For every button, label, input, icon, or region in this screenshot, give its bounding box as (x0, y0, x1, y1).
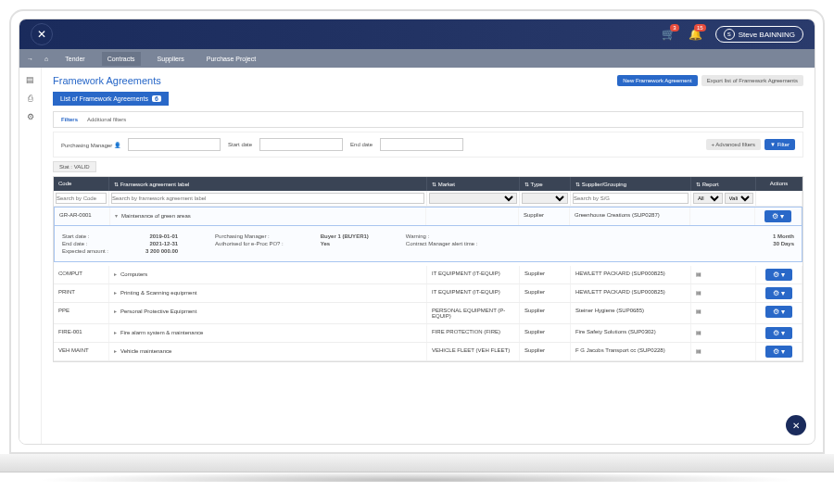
end-date-label: End date (350, 142, 373, 147)
col-code[interactable]: Code (54, 177, 109, 191)
end-date-input[interactable] (380, 138, 463, 151)
advanced-filters-button[interactable]: + Advanced filters (706, 139, 762, 150)
filter-row: Purchasing Manager 👤 Start date End date… (53, 132, 803, 158)
start-date-label: Start date (228, 142, 252, 147)
filter-label-input[interactable] (111, 193, 424, 204)
additional-filters-tab[interactable]: Additional filters (87, 117, 126, 122)
filter-type-select[interactable] (522, 193, 568, 204)
nav-back-icon[interactable]: → (27, 56, 33, 62)
pm-input[interactable] (128, 138, 221, 151)
table-filter-row: AllValid (54, 191, 802, 207)
filter-report-all[interactable]: All (693, 193, 723, 204)
chevron-right-icon: ▸ (114, 348, 117, 354)
row-actions-button[interactable]: ⚙ ▾ (765, 327, 792, 339)
col-supplier[interactable]: ⇅ Supplier/Grouping (571, 177, 691, 191)
pm-label: Purchasing Manager 👤 (61, 142, 120, 148)
row-detail-panel: Start date : End date : Expected amount … (54, 226, 802, 262)
chevron-right-icon: ▸ (114, 309, 117, 314)
app-header: ✕ 🛒 3 🔔 15 S Steve BAINNING (19, 19, 815, 49)
table-row[interactable]: PPE▸Personal Protective EquipmentPERSONA… (54, 303, 802, 324)
nav-home-icon[interactable]: ⌂ (44, 56, 48, 62)
nav-tender[interactable]: Tender (59, 52, 90, 66)
filters-tab[interactable]: Filters (61, 117, 78, 122)
side-rail: ▤ ⎙ ⚙ (19, 68, 42, 444)
table-header: Code ⇅ Framework agreement label ⇅ Marke… (54, 177, 802, 191)
filter-market-select[interactable] (429, 193, 517, 204)
table-row[interactable]: PRINT▸Printing & Scanning equipmentIT EQ… (54, 284, 802, 303)
bell-icon[interactable]: 🔔 15 (689, 28, 702, 41)
filter-button[interactable]: ▼ Filter (764, 139, 795, 150)
chevron-down-icon: ▾ (115, 213, 118, 219)
table-row[interactable]: FIRE-001▸Fire alarm system & maintenance… (54, 324, 802, 343)
doc-icon[interactable]: ▤ (26, 75, 34, 84)
row-actions-button[interactable]: ⚙ ▾ (764, 210, 791, 222)
main-nav: → ⌂ Tender Contracts Suppliers Purchase … (19, 49, 815, 68)
user-name: Steve BAINNING (739, 31, 795, 39)
chevron-right-icon: ▸ (114, 271, 117, 277)
nav-purchase-project[interactable]: Purchase Project (201, 52, 261, 66)
filter-report-valid[interactable]: Valid (725, 193, 754, 204)
row-actions-button[interactable]: ⚙ ▾ (765, 269, 792, 281)
filter-supplier-input[interactable] (573, 193, 689, 204)
user-avatar: S (724, 29, 735, 40)
table-row[interactable]: COMPUT▸ComputersIT EQUIPMENT (IT-EQUIP)S… (54, 266, 802, 284)
filter-tabs: Filters Additional filters (53, 111, 803, 128)
fab-button[interactable]: ✕ (786, 415, 806, 435)
tab-list-frameworks[interactable]: List of Framework Agreements 6 (53, 92, 169, 106)
chevron-right-icon: ▸ (114, 330, 117, 335)
bell-badge: 15 (694, 24, 706, 32)
chevron-right-icon: ▸ (114, 290, 117, 296)
export-list-button[interactable]: Export list of Framework Agreements (701, 75, 803, 86)
cart-badge: 3 (670, 24, 678, 32)
cart-icon[interactable]: 🛒 3 (662, 28, 676, 41)
print-icon[interactable]: ⎙ (28, 94, 32, 103)
laptop-base (0, 454, 834, 472)
start-date-input[interactable] (259, 138, 343, 151)
row-actions-button[interactable]: ⚙ ▾ (765, 287, 792, 299)
nav-contracts[interactable]: Contracts (102, 52, 141, 66)
row-actions-button[interactable]: ⚙ ▾ (765, 306, 792, 318)
nav-suppliers[interactable]: Suppliers (152, 52, 190, 66)
filter-code-input[interactable] (56, 193, 107, 204)
table-row[interactable]: VEH MAINT▸Vehicle maintenanceVEHICLE FLE… (54, 343, 802, 361)
tab-count-badge: 6 (152, 95, 161, 102)
col-market[interactable]: ⇅ Market (427, 177, 520, 191)
row-actions-button[interactable]: ⚙ ▾ (765, 346, 792, 358)
frameworks-table: Code ⇅ Framework agreement label ⇅ Marke… (53, 176, 803, 362)
table-row[interactable]: GR-AR-0001 ▾Maintenance of green areas S… (54, 207, 802, 226)
col-actions: Actions (756, 177, 802, 191)
page-title: Framework Agreements (53, 75, 161, 86)
user-menu[interactable]: S Steve BAINNING (715, 26, 803, 43)
stat-chip[interactable]: Stat : VALID (53, 161, 96, 172)
new-framework-button[interactable]: New Framework Agreement (617, 75, 697, 86)
col-report[interactable]: ⇅ Report (691, 177, 756, 191)
col-type[interactable]: ⇅ Type (520, 177, 571, 191)
app-logo[interactable]: ✕ (31, 23, 53, 45)
col-label[interactable]: ⇅ Framework agreement label (109, 177, 427, 191)
settings-icon[interactable]: ⚙ (27, 112, 34, 121)
